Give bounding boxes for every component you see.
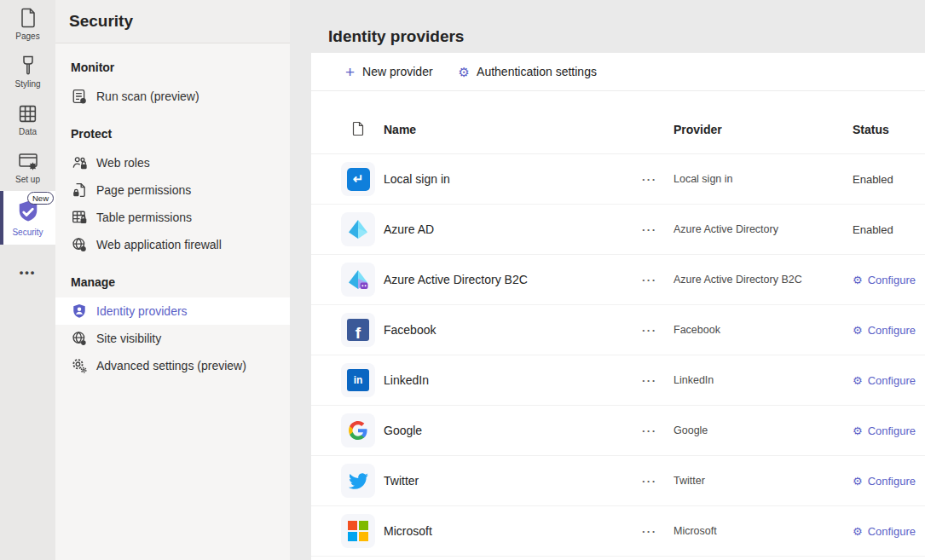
sidebar-item-run-scan-preview[interactable]: Run scan (preview): [55, 83, 290, 110]
command-bar: + New provider ⚙ Authentication settings: [311, 53, 925, 91]
sidebar-item-label: Web application firewall: [96, 238, 222, 251]
styling-icon: [18, 55, 38, 77]
authentication-settings-label: Authentication settings: [477, 65, 597, 78]
sidebar-item-web-application-firewall[interactable]: Web application firewall: [55, 231, 290, 258]
provider-name: Microsoft: [384, 524, 432, 538]
provider-name: Google: [384, 424, 422, 437]
configure-label: Configure: [868, 475, 916, 488]
page-permissions-icon: [71, 182, 88, 198]
provider-type: Microsoft: [674, 525, 717, 537]
document-column-icon: [351, 121, 365, 140]
section-label: Manage: [55, 258, 290, 297]
provider-type: LinkedIn: [674, 374, 714, 386]
microsoft-icon: [341, 514, 375, 548]
sidebar-item-page-permissions[interactable]: Page permissions: [55, 176, 290, 204]
data-icon: [17, 103, 38, 124]
gear-icon: ⚙: [853, 375, 863, 386]
row-more-options-button[interactable]: ···: [642, 424, 657, 437]
configure-link[interactable]: ⚙ Configure: [853, 424, 916, 437]
rail-item-label: Set up: [15, 175, 40, 184]
new-provider-label: New provider: [362, 65, 432, 78]
configure-link[interactable]: ⚙ Configure: [853, 374, 916, 387]
authentication-settings-button[interactable]: ⚙ Authentication settings: [459, 65, 597, 78]
sidebar-item-label: Run scan (preview): [96, 89, 199, 103]
advanced-settings-icon: [71, 358, 88, 373]
page-title: Identity providers: [328, 27, 464, 46]
section-label: Monitor: [55, 43, 290, 83]
sidebar-item-advanced-settings-preview[interactable]: Advanced settings (preview): [55, 352, 290, 379]
table-row-microsoft[interactable]: Microsoft ··· Microsoft ⚙ Configure: [311, 506, 925, 557]
configure-link[interactable]: ⚙ Configure: [853, 274, 916, 286]
main-content: Identity providers + New provider ⚙ Auth…: [290, 0, 925, 560]
sidebar-section-protect: Protect Web roles Page permissions Table…: [55, 110, 290, 258]
rail-item-label: Styling: [14, 79, 40, 89]
configure-link[interactable]: ⚙ Configure: [853, 475, 916, 488]
table-row-azure-ad[interactable]: Azure AD ··· Azure Active Directory Enab…: [311, 205, 925, 255]
table-header-row: Name Provider Status: [311, 91, 925, 154]
run-scan-icon: [71, 89, 88, 104]
sidebar-item-label: Page permissions: [96, 183, 191, 197]
row-more-options-button[interactable]: ···: [642, 274, 657, 286]
provider-name: Local sign in: [384, 172, 450, 186]
sidebar-item-site-visibility[interactable]: Site visibility: [55, 325, 290, 352]
rail-item-set-up[interactable]: Set up: [0, 143, 55, 191]
provider-type: Local sign in: [674, 173, 733, 185]
new-provider-button[interactable]: + New provider: [345, 64, 433, 80]
row-more-options-button[interactable]: ···: [642, 173, 657, 186]
web-roles-icon: [71, 155, 88, 170]
gear-icon: ⚙: [853, 274, 863, 286]
column-header-name: Name: [384, 123, 416, 136]
row-more-options-button[interactable]: ···: [642, 223, 657, 236]
gear-icon: ⚙: [853, 325, 863, 336]
rail-item-label: Pages: [15, 32, 39, 41]
rail-more-button[interactable]: •••: [0, 255, 55, 289]
configure-link[interactable]: ⚙ Configure: [853, 525, 916, 538]
sidebar-item-table-permissions[interactable]: Table permissions: [55, 204, 290, 231]
table-row-facebook[interactable]: f Facebook ··· Facebook ⚙ Configure: [311, 305, 925, 355]
selected-indicator: [0, 191, 3, 245]
provider-type: Azure Active Directory: [674, 223, 778, 235]
sidebar-item-label: Identity providers: [96, 304, 188, 318]
azure-ad-icon: [341, 212, 375, 246]
configure-link[interactable]: ⚙ Configure: [853, 324, 916, 337]
provider-type: Azure Active Directory B2C: [674, 274, 802, 286]
provider-name: Twitter: [384, 474, 419, 488]
twitter-icon: [341, 464, 375, 498]
facebook-icon: f: [341, 313, 375, 347]
setup-icon: [17, 151, 39, 172]
rail-item-label: Security: [12, 228, 43, 237]
column-header-status: Status: [853, 123, 889, 136]
row-more-options-button[interactable]: ···: [642, 374, 657, 387]
status-text: Enabled: [853, 173, 893, 186]
row-more-options-button[interactable]: ···: [642, 324, 657, 337]
configure-label: Configure: [868, 324, 916, 337]
table-row-local-sign-in[interactable]: ↵ Local sign in ··· Local sign in Enable…: [311, 154, 925, 205]
table-row-azure-active-directory-b2c[interactable]: Azure Active Directory B2C ··· Azure Act…: [311, 255, 925, 305]
section-label: Protect: [55, 110, 290, 149]
sidebar-item-label: Web roles: [96, 156, 150, 170]
configure-label: Configure: [868, 274, 916, 286]
pages-icon: [18, 7, 38, 29]
sidebar-section-manage: Manage Identity providers Site visibilit…: [55, 258, 290, 379]
rail-item-pages[interactable]: Pages: [0, 0, 55, 48]
sidebar-header: Security: [55, 0, 290, 43]
table-row-google[interactable]: Google ··· Google ⚙ Configure: [311, 406, 925, 456]
rail-item-data[interactable]: Data: [0, 95, 55, 143]
gear-icon: ⚙: [853, 425, 863, 436]
gear-icon: ⚙: [459, 66, 470, 78]
sidebar-item-web-roles[interactable]: Web roles: [55, 149, 290, 176]
linkedin-icon: in: [341, 363, 375, 397]
table-permissions-icon: [71, 210, 88, 225]
status-text: Enabled: [853, 223, 893, 236]
sidebar-item-identity-providers[interactable]: Identity providers: [55, 297, 290, 325]
provider-name: Azure Active Directory B2C: [384, 273, 528, 286]
rail-item-styling[interactable]: Styling: [0, 48, 55, 95]
site-visibility-icon: [71, 331, 88, 346]
row-more-options-button[interactable]: ···: [642, 475, 657, 488]
table-row-linkedin[interactable]: in LinkedIn ··· LinkedIn ⚙ Configure: [311, 355, 925, 406]
row-more-options-button[interactable]: ···: [642, 525, 657, 538]
rail-item-security[interactable]: New Security: [0, 191, 55, 245]
gear-icon: ⚙: [853, 526, 863, 537]
table-row-twitter[interactable]: Twitter ··· Twitter ⚙ Configure: [311, 456, 925, 506]
sidebar-item-label: Site visibility: [96, 332, 161, 345]
